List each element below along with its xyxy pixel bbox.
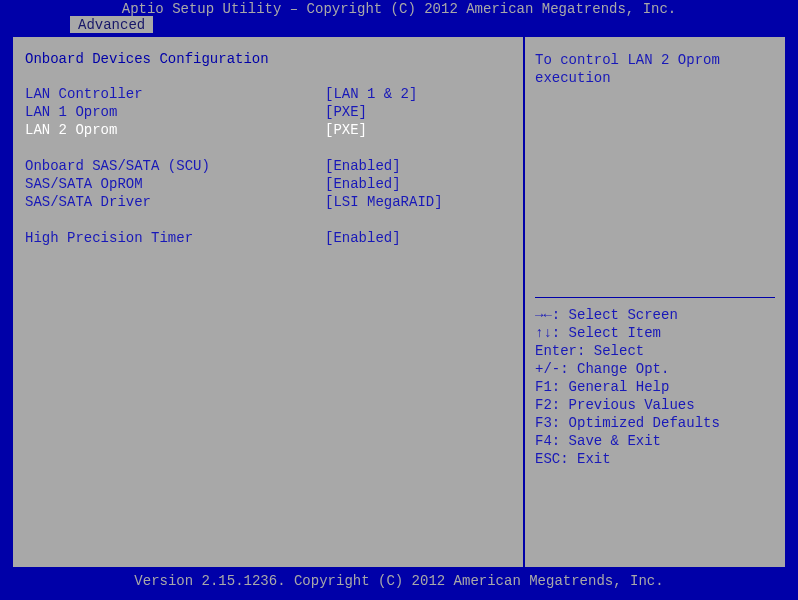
title-text: Aptio Setup Utility – Copyright (C) 2012… [122, 1, 677, 17]
footer-text: Version 2.15.1236. Copyright (C) 2012 Am… [134, 573, 663, 589]
row-sas-oprom[interactable]: SAS/SATA OpROM [Enabled] [25, 175, 515, 193]
label-sas-oprom: SAS/SATA OpROM [25, 175, 325, 193]
tab-bar: Advanced [70, 16, 153, 34]
row-sas-scu[interactable]: Onboard SAS/SATA (SCU) [Enabled] [25, 157, 515, 175]
bios-window: Aptio Setup Utility – Copyright (C) 2012… [0, 0, 798, 600]
label-lan1-oprom: LAN 1 Oprom [25, 103, 325, 121]
hint-f2: F2: Previous Values [535, 396, 775, 414]
hint-select-screen: →←: Select Screen [535, 306, 775, 324]
row-sas-driver[interactable]: SAS/SATA Driver [LSI MegaRAID] [25, 193, 515, 211]
value-sas-oprom: [Enabled] [325, 175, 515, 193]
help-description: To control LAN 2 Oprom execution [535, 51, 775, 87]
label-lan2-oprom: LAN 2 Oprom [25, 121, 325, 139]
row-lan-controller[interactable]: LAN Controller [LAN 1 & 2] [25, 85, 515, 103]
spacer [25, 139, 515, 157]
label-sas-scu: Onboard SAS/SATA (SCU) [25, 157, 325, 175]
value-lan1-oprom: [PXE] [325, 103, 515, 121]
help-divider [535, 297, 775, 298]
row-lan2-oprom[interactable]: LAN 2 Oprom [PXE] [25, 121, 515, 139]
settings-area: Onboard Devices Configuration LAN Contro… [12, 36, 524, 568]
hint-f4: F4: Save & Exit [535, 432, 775, 450]
label-lan-controller: LAN Controller [25, 85, 325, 103]
value-lan-controller: [LAN 1 & 2] [325, 85, 515, 103]
section-title: Onboard Devices Configuration [25, 51, 515, 67]
tab-advanced[interactable]: Advanced [70, 16, 153, 33]
value-sas-scu: [Enabled] [325, 157, 515, 175]
value-sas-driver: [LSI MegaRAID] [325, 193, 515, 211]
content-panel: Onboard Devices Configuration LAN Contro… [10, 34, 788, 570]
hint-f1: F1: General Help [535, 378, 775, 396]
hint-f3: F3: Optimized Defaults [535, 414, 775, 432]
label-hpet: High Precision Timer [25, 229, 325, 247]
hint-change-opt: +/-: Change Opt. [535, 360, 775, 378]
hint-esc: ESC: Exit [535, 450, 775, 468]
hint-enter: Enter: Select [535, 342, 775, 360]
footer-bar: Version 2.15.1236. Copyright (C) 2012 Am… [0, 572, 798, 596]
hint-select-item: ↑↓: Select Item [535, 324, 775, 342]
row-hpet[interactable]: High Precision Timer [Enabled] [25, 229, 515, 247]
label-sas-driver: SAS/SATA Driver [25, 193, 325, 211]
row-lan1-oprom[interactable]: LAN 1 Oprom [PXE] [25, 103, 515, 121]
spacer [25, 211, 515, 229]
help-panel: To control LAN 2 Oprom execution →←: Sel… [524, 36, 786, 568]
value-lan2-oprom: [PXE] [325, 121, 515, 139]
value-hpet: [Enabled] [325, 229, 515, 247]
